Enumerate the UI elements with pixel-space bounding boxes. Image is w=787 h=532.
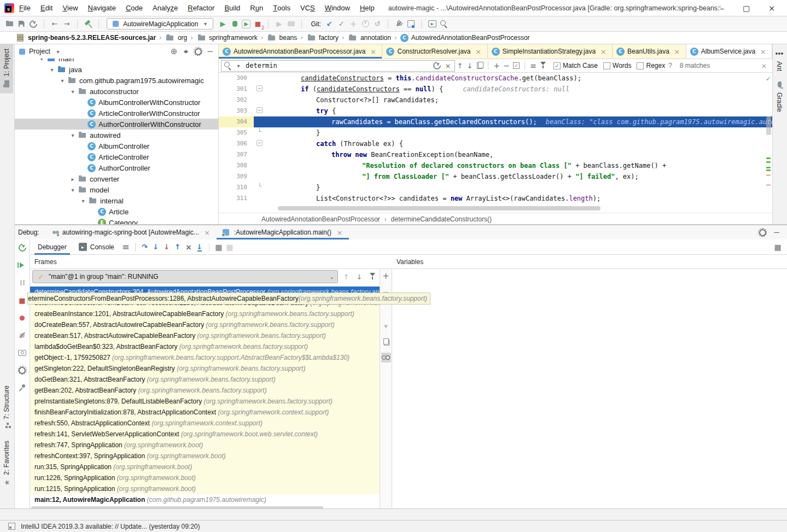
- search-input[interactable]: ▾determin: [221, 60, 455, 72]
- menu-item-tools[interactable]: Tools: [268, 0, 295, 16]
- line-number[interactable]: 300: [219, 73, 254, 84]
- down-icon[interactable]: [465, 61, 475, 71]
- stripe-button-gradle[interactable]: Gradle: [773, 75, 786, 116]
- debug-session-tab[interactable]: autowiring-magic-spring-boot [AutowireMa…: [45, 225, 217, 239]
- stripe-button-1-project[interactable]: 1: Project: [0, 44, 13, 93]
- editor-breadcrumb-item[interactable]: AutowiredAnnotationBeanPostProcessor: [261, 215, 380, 223]
- back-icon[interactable]: [50, 19, 60, 29]
- frame-row[interactable]: createBeanInstance:1201, AbstractAutowir…: [30, 308, 380, 319]
- breadcrumb-segment[interactable]: org: [165, 33, 187, 43]
- tree-item-autoconstructor[interactable]: ▾autoconstructor: [15, 86, 218, 97]
- lines-icon[interactable]: [528, 61, 538, 71]
- up-icon[interactable]: [455, 61, 465, 71]
- chevron-down-icon[interactable]: ▾: [48, 67, 56, 73]
- minimize-button[interactable]: –: [720, 4, 724, 13]
- tree-item-category[interactable]: Category: [15, 217, 218, 224]
- code-line-300[interactable]: 300candidateConstructors = this.candidat…: [219, 73, 772, 84]
- tree-item-articlecontroller[interactable]: ArticleController: [15, 151, 218, 162]
- rundis-icon[interactable]: [274, 19, 284, 29]
- chevron-down-icon[interactable]: ▾: [68, 132, 77, 138]
- breadcrumb-segment[interactable]: spring-beans-5.2.3.RELEASE-sources.jar: [15, 33, 156, 43]
- fold-marker-icon[interactable]: −: [256, 85, 263, 91]
- close-icon[interactable]: [202, 227, 212, 237]
- tree-item-authorcontroller[interactable]: AuthorController: [15, 162, 218, 173]
- open-icon[interactable]: [4, 19, 14, 29]
- stripe-button-7-structure[interactable]: 7: Structure: [0, 381, 13, 436]
- frame-row[interactable]: refresh:747, SpringApplication (org.spri…: [30, 440, 380, 451]
- editor-tab[interactable]: ConstructorResolver.java: [382, 44, 487, 59]
- menu-item-run[interactable]: Run: [245, 0, 268, 16]
- dropframe-icon[interactable]: [184, 242, 194, 252]
- editor-tab[interactable]: BeanUtils.java: [613, 44, 686, 59]
- clear-icon[interactable]: [443, 61, 453, 71]
- search-option-regex[interactable]: Regex: [637, 62, 665, 69]
- runany-icon[interactable]: [427, 19, 437, 29]
- code-line-303[interactable]: 303−try {: [219, 106, 772, 116]
- thread-dump-icon[interactable]: [18, 348, 27, 358]
- debugbug-icon[interactable]: [230, 19, 240, 29]
- mag-icon[interactable]: [439, 19, 449, 29]
- remsel-icon[interactable]: [502, 61, 511, 71]
- pause-icon[interactable]: [18, 278, 27, 288]
- editor-tab[interactable]: AutowiredAnnotationBeanPostProcessor.jav…: [219, 44, 382, 59]
- forward-icon[interactable]: [62, 19, 72, 29]
- checkbox-icon[interactable]: [637, 62, 644, 69]
- menu-item-refactor[interactable]: Refactor: [183, 0, 219, 16]
- close-icon[interactable]: [758, 46, 768, 56]
- search-help[interactable]: ?: [668, 62, 672, 69]
- code-line-307[interactable]: 307throw new BeanCreationException(beanN…: [219, 149, 772, 160]
- forcestep-icon[interactable]: [162, 242, 172, 252]
- add-watch-icon[interactable]: [381, 271, 391, 281]
- editor-horizontal-scrollbar[interactable]: [278, 206, 601, 211]
- close-icon[interactable]: [474, 46, 483, 56]
- line-number[interactable]: 304: [219, 116, 254, 127]
- stripe-button-ant[interactable]: Ant: [773, 44, 786, 75]
- editor-tab[interactable]: AlbumService.java: [686, 44, 772, 59]
- debug-session-tab[interactable]: :AutowireMagicApplication.main(): [217, 225, 349, 239]
- menu-item-view[interactable]: View: [57, 0, 83, 16]
- burger-icon[interactable]: [121, 242, 131, 252]
- tree-item-albumcontrollerwithconstructor[interactable]: AlbumControllerWithConstructor: [15, 97, 218, 108]
- tree-item-article[interactable]: Article: [15, 206, 218, 217]
- tree-item-autowired[interactable]: ▾autowired: [15, 130, 218, 141]
- addsel-icon[interactable]: [492, 61, 502, 71]
- code-line-310[interactable]: 310└}: [219, 182, 772, 193]
- breadcrumb-segment[interactable]: beans: [267, 33, 298, 43]
- chevron-down-icon[interactable]: ▾: [58, 78, 67, 84]
- hide-library-frames-icon[interactable]: [368, 272, 377, 282]
- frame-row[interactable]: getObject:-1, 1759250827 (org.springfram…: [30, 352, 380, 363]
- viewbp-icon[interactable]: [214, 242, 224, 252]
- mutebp-icon[interactable]: [225, 242, 235, 252]
- gitcherry-icon[interactable]: [348, 19, 358, 29]
- tree-item-authorcontrollerwithconstructor[interactable]: AuthorControllerWithConstructor: [15, 119, 218, 130]
- hammer-icon[interactable]: [83, 19, 93, 29]
- tree-item-model[interactable]: ▾model: [15, 184, 218, 195]
- gitcommit-icon[interactable]: [336, 19, 346, 29]
- mute-breakpoints-icon[interactable]: [18, 330, 27, 340]
- breadcrumb-segment[interactable]: AutowiredAnnotationBeanPostProcessor: [400, 34, 530, 42]
- tool-window-toggle-icon[interactable]: [7, 522, 16, 531]
- run-configuration-combo[interactable]: AutowireMagicApplication▾: [107, 18, 213, 30]
- frame-row[interactable]: doCreateBean:557, AbstractAutowireCapabl…: [30, 319, 380, 330]
- resume-icon[interactable]: [18, 260, 27, 270]
- viewbp-icon[interactable]: [773, 242, 783, 252]
- menu-item-navigate[interactable]: Navigate: [83, 0, 121, 16]
- project-panel-title[interactable]: Project: [29, 48, 50, 55]
- frame-row[interactable]: run:1215, SpringApplication (org.springf…: [30, 483, 380, 494]
- chevron-right-icon[interactable]: ▸: [68, 176, 77, 182]
- chevron-down-icon[interactable]: ▾: [37, 59, 46, 62]
- line-number[interactable]: 301: [219, 84, 254, 95]
- tree-item-main[interactable]: ▾main: [15, 59, 218, 64]
- selall-icon[interactable]: [475, 61, 485, 71]
- tree-item-com.github.pagram1975.autowiremagic[interactable]: ▾com.github.pagram1975.autowiremagic: [15, 75, 218, 86]
- menu-item-help[interactable]: Help: [355, 0, 380, 16]
- wrench-icon[interactable]: [394, 19, 404, 29]
- frame-row[interactable]: refreshContext:397, SpringApplication (o…: [30, 451, 380, 461]
- stepover-icon[interactable]: [140, 242, 150, 252]
- tree-item-albumcontroller[interactable]: AlbumController: [15, 141, 218, 151]
- status-message[interactable]: IntelliJ IDEA 2019.3.3 available: // Upd…: [21, 523, 200, 530]
- tab-console[interactable]: Console: [73, 239, 120, 255]
- line-number[interactable]: 308: [219, 160, 254, 171]
- hide-panel-icon[interactable]: [205, 46, 215, 56]
- close-icon[interactable]: [598, 46, 608, 56]
